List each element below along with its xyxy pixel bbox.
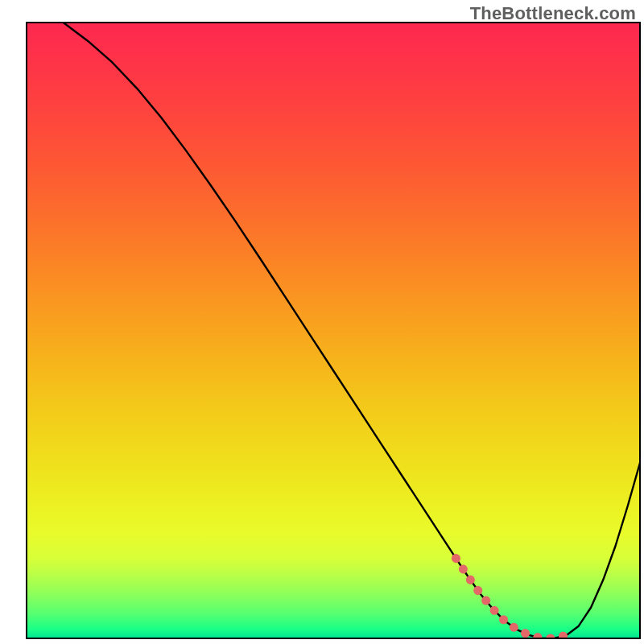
bottleneck-chart: [0, 0, 644, 644]
watermark-text: TheBottleneck.com: [470, 3, 636, 24]
chart-frame: TheBottleneck.com: [0, 0, 644, 644]
heat-gradient-background: [27, 23, 640, 638]
